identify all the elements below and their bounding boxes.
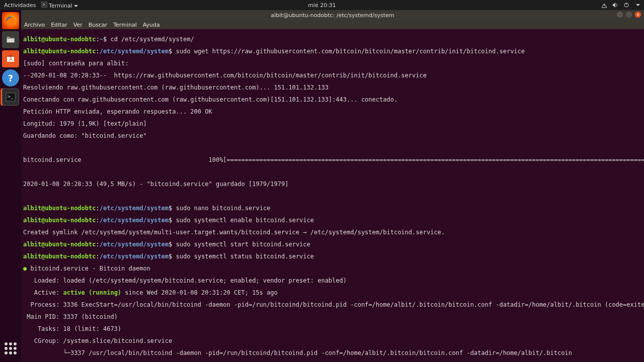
app-menu[interactable]: > Terminal xyxy=(41,2,78,9)
menu-view[interactable]: Ver xyxy=(73,22,83,28)
clock[interactable]: mié 20:31 xyxy=(308,2,336,9)
window-minimize-button[interactable]: ‒ xyxy=(617,12,623,18)
power-icon[interactable] xyxy=(623,2,629,8)
menu-file[interactable]: Archivo xyxy=(24,22,45,28)
app-menu-label: Terminal xyxy=(49,3,72,9)
terminal-window: albit@ubuntu-nodobtc: /etc/systemd/syste… xyxy=(21,10,644,362)
dock-terminal-icon[interactable]: >_ xyxy=(2,88,19,106)
terminal-output[interactable]: albit@ubuntu-nodobtc:~$ cd /etc/systemd/… xyxy=(21,29,644,362)
terminal-menubar: Archivo Editar Ver Buscar Terminal Ayuda xyxy=(21,20,644,29)
menu-edit[interactable]: Editar xyxy=(51,22,67,28)
window-title: albit@ubuntu-nodobtc: /etc/systemd/syste… xyxy=(271,12,394,19)
terminal-small-icon: > xyxy=(41,2,47,8)
window-close-button[interactable]: × xyxy=(635,12,641,18)
dock-software-icon[interactable]: A xyxy=(2,50,19,67)
dock-firefox-icon[interactable] xyxy=(2,12,19,29)
menu-help[interactable]: Ayuda xyxy=(143,22,160,28)
activities-button[interactable]: Actividades xyxy=(4,2,36,9)
dock-files-icon[interactable] xyxy=(2,31,19,48)
window-maximize-button[interactable]: ▢ xyxy=(626,12,632,18)
chevron-down-icon xyxy=(74,5,78,7)
show-applications-icon[interactable] xyxy=(2,340,19,357)
svg-text:A: A xyxy=(9,56,13,62)
dock-help-icon[interactable]: ? xyxy=(2,69,19,86)
svg-rect-8 xyxy=(7,39,14,42)
network-icon[interactable] xyxy=(601,2,607,8)
dock: A ? >_ xyxy=(0,10,21,362)
svg-text:>_: >_ xyxy=(7,94,14,99)
window-titlebar[interactable]: albit@ubuntu-nodobtc: /etc/systemd/syste… xyxy=(21,10,644,20)
menu-terminal[interactable]: Terminal xyxy=(113,22,137,28)
svg-point-2 xyxy=(604,5,605,6)
status-dot-icon: ● xyxy=(23,265,27,272)
svg-rect-7 xyxy=(7,37,10,38)
gnome-top-panel: Actividades > Terminal mié 20:31 xyxy=(0,0,644,10)
menu-search[interactable]: Buscar xyxy=(89,22,108,28)
svg-text:>: > xyxy=(42,3,46,7)
system-menu-chevron-icon[interactable] xyxy=(636,4,640,6)
volume-icon[interactable] xyxy=(612,2,618,8)
